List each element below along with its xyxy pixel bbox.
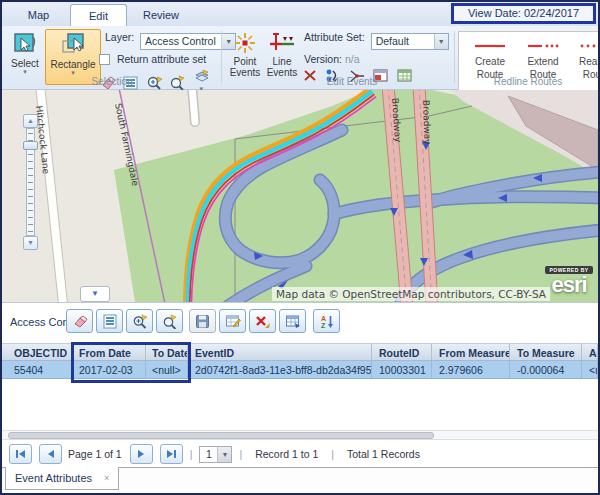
table-grid-icon (285, 314, 301, 329)
line-events-icon (269, 31, 295, 55)
attribute-set-dropdown[interactable]: Default ▼ (371, 33, 449, 50)
attribute-set-row: Attribute Set: Default ▼ (304, 31, 449, 50)
tab-event-attributes[interactable]: Event Attributes × (5, 467, 119, 490)
redline-group-label: Redline Routes (458, 76, 598, 87)
page-select-value: 1 (200, 447, 217, 462)
zoom-track[interactable] (26, 128, 35, 236)
delete-selected-button[interactable] (249, 309, 276, 333)
cell-from-date[interactable]: 2017-02-03 (72, 361, 146, 378)
event-attributes-tab-label: Event Attributes (15, 472, 92, 484)
svg-text:A: A (321, 315, 326, 322)
ribbon-separator (221, 31, 222, 83)
extend-route-icon (525, 42, 561, 50)
zoom-plus-icon (132, 314, 148, 329)
zoom-arrow-icon (162, 314, 178, 329)
zoom-in-button[interactable]: ▲ (23, 114, 38, 128)
extend-route-button[interactable]: Extend Route (518, 40, 568, 81)
next-page-button[interactable] (130, 444, 153, 464)
delete-icon (255, 314, 271, 329)
chevron-down-icon: ▾ (7, 69, 43, 74)
chevron-down-icon: ▼ (217, 447, 231, 462)
cell-routeid[interactable]: 10003301 (372, 361, 432, 378)
separator: | (239, 448, 242, 460)
previous-page-button[interactable] (39, 444, 62, 464)
version-value: n/a (345, 53, 360, 65)
show-all-records-button[interactable] (96, 309, 123, 333)
zoom-to-selected-button[interactable] (126, 309, 153, 333)
layer-row: Layer: Access Control ▼ (105, 31, 236, 50)
realign-route-button[interactable]: Realign Route (571, 40, 600, 81)
column-header[interactable]: RouteID (372, 344, 432, 360)
selection-layers-button[interactable]: ▾ (193, 68, 210, 84)
page-select[interactable]: 1 ▼ (199, 446, 232, 463)
selection-group-label: Selection (42, 76, 182, 87)
point-events-label: Point Events (230, 56, 261, 78)
table-header-row: OBJECTID From Date To Date EventID Route… (2, 343, 598, 361)
version-label: Version: (304, 53, 342, 65)
column-header[interactable]: Access (582, 344, 598, 360)
return-attribute-set-checkbox[interactable] (99, 54, 110, 65)
scrollbar-thumb[interactable] (8, 432, 434, 439)
create-route-button[interactable]: Create Route (465, 40, 515, 81)
chevron-down-icon: ▼ (434, 34, 448, 49)
cell-to-measure[interactable]: -0.000064 (510, 361, 582, 378)
map-attribution: Map data © OpenStreetMap contributors, C… (272, 287, 550, 301)
sort-button[interactable]: A Z (313, 309, 340, 333)
zoom-out-button[interactable]: ▼ (23, 236, 38, 250)
column-header[interactable]: From Measure (432, 344, 510, 360)
esri-logo: POWERED BY esri (543, 258, 595, 298)
road-label-broadway-right: Broadway (421, 100, 433, 146)
edit-attributes-button[interactable] (219, 309, 246, 333)
esri-brand: esri (543, 272, 595, 298)
point-events-button[interactable]: Point Events (226, 29, 264, 85)
pagination-bar: Page 1 of 1 | 1 ▼ | Record 1 to 1 | Tota… (2, 441, 598, 467)
svg-text:Z: Z (321, 322, 326, 329)
total-records: Total 1 Records (347, 448, 420, 460)
table-row[interactable]: 55404 2017-02-03 <null> 2d0742f1-8ad3-11… (2, 361, 598, 379)
return-attr-row: Return attribute set (99, 53, 206, 65)
layers-icon (193, 70, 210, 82)
separator: | (190, 448, 193, 460)
rectangle-select-icon (60, 32, 86, 58)
map-canvas[interactable]: Hitchcock Lane South Farmingdale Broadwa… (2, 90, 598, 302)
column-header[interactable]: EventID (188, 344, 372, 360)
column-header[interactable]: To Measure (510, 344, 582, 360)
horizontal-scrollbar[interactable] (2, 430, 598, 440)
first-page-icon (15, 449, 26, 459)
previous-page-icon (46, 449, 55, 459)
ribbon: Select ▾ Rectangle ▾ Layer: Access Contr… (2, 26, 598, 90)
last-page-button[interactable] (160, 444, 183, 464)
cell-from-measure[interactable]: 2.979606 (432, 361, 510, 378)
first-page-button[interactable] (9, 444, 32, 464)
separator: | (331, 448, 334, 460)
pan-to-selected-button[interactable] (156, 309, 183, 333)
save-button[interactable] (189, 309, 216, 333)
event-attributes-panel: Access Control (2, 302, 598, 493)
cell-eventid[interactable]: 2d0742f1-8ad3-11e3-bff8-db2da34f95fe (188, 361, 372, 378)
map-graphics: Hitchcock Lane South Farmingdale Broadwa… (2, 90, 598, 302)
top-tab-bar: Map Edit Review View Date: 02/24/2017 (2, 2, 598, 26)
show-selected-records-button[interactable] (279, 309, 306, 333)
select-button[interactable]: Select ▾ (7, 29, 43, 85)
cell-to-date[interactable]: <null> (146, 361, 188, 378)
cell-access[interactable]: <null> (582, 361, 598, 378)
record-range: Record 1 to 1 (255, 448, 318, 460)
column-header[interactable]: From Date (72, 344, 146, 360)
collapse-panel-button[interactable]: ▼ (80, 286, 110, 302)
view-date-indicator[interactable]: View Date: 02/24/2017 (451, 3, 596, 24)
event-editor-window: Map Edit Review View Date: 02/24/2017 Se… (0, 0, 600, 495)
tab-review[interactable]: Review (130, 4, 192, 26)
select-icon (12, 31, 38, 57)
realign-route-icon (578, 42, 600, 50)
zoom-handle[interactable] (23, 141, 38, 150)
zoom-slider[interactable]: ▲ ▼ (23, 114, 38, 250)
tab-edit[interactable]: Edit (70, 4, 127, 26)
column-header[interactable]: OBJECTID (2, 344, 72, 360)
cell-objectid[interactable]: 55404 (2, 361, 72, 378)
clear-selection-button[interactable] (66, 309, 93, 333)
column-header[interactable]: To Date (146, 344, 188, 360)
line-events-label: Line Events (267, 56, 298, 78)
close-icon[interactable]: × (104, 473, 109, 483)
tab-map[interactable]: Map (10, 4, 67, 26)
chevron-down-icon: ▾ (46, 70, 100, 75)
